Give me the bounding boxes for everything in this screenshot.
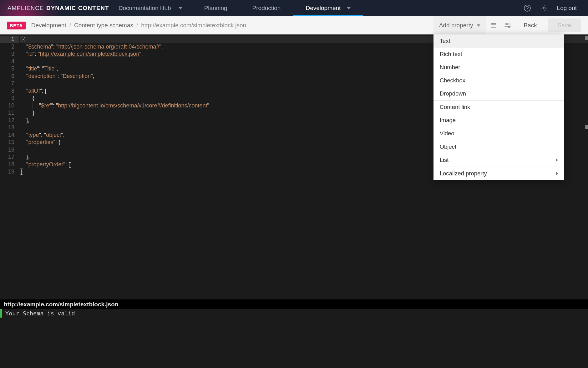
menu-item-list[interactable]: List bbox=[433, 153, 564, 167]
hub-selector[interactable]: Documentation Hub bbox=[109, 5, 192, 12]
brand-logo: AMPLIENCE DYNAMIC CONTENT bbox=[0, 5, 109, 12]
chevron-right-icon bbox=[556, 172, 558, 175]
scroll-marker bbox=[585, 125, 588, 129]
property-type-menu: TextRich textNumberCheckboxDropdownConte… bbox=[433, 34, 564, 180]
breadcrumb: Development / Content type schemas / htt… bbox=[31, 22, 246, 29]
menu-item-image[interactable]: Image bbox=[433, 114, 564, 127]
brand-text-a: AMPLIENCE bbox=[8, 5, 44, 12]
beta-badge: BETA bbox=[7, 22, 26, 29]
breadcrumb-separator: / bbox=[136, 22, 138, 29]
line-gutter: 12345678910111213141516171819 bbox=[0, 34, 19, 299]
console-title: http://example.com/simpletextblock.json bbox=[4, 301, 118, 308]
menu-item-label: Rich text bbox=[440, 51, 462, 58]
chevron-right-icon bbox=[556, 158, 558, 162]
add-property-dropdown[interactable]: Add property TextRich textNumberCheckbox… bbox=[433, 16, 486, 34]
brand-text-b: DYNAMIC CONTENT bbox=[46, 5, 109, 12]
menu-item-localized-property[interactable]: Localized property bbox=[433, 167, 564, 180]
menu-item-dropdown[interactable]: Dropdown bbox=[433, 87, 564, 100]
logout-link[interactable]: Log out bbox=[557, 5, 577, 12]
console-body: Your Schema is valid bbox=[0, 309, 588, 368]
save-button: Save bbox=[548, 18, 581, 32]
add-property-label: Add property bbox=[439, 22, 473, 29]
menu-item-label: Number bbox=[440, 64, 460, 71]
menu-item-checkbox[interactable]: Checkbox bbox=[433, 74, 564, 87]
nav-development[interactable]: Development bbox=[293, 0, 363, 16]
menu-item-label: Video bbox=[440, 130, 454, 137]
menu-item-label: Checkbox bbox=[440, 77, 465, 84]
menu-item-label: Text bbox=[440, 38, 450, 44]
settings-sliders-icon[interactable] bbox=[500, 16, 515, 34]
console-title-bar: http://example.com/simpletextblock.json bbox=[0, 299, 588, 309]
menu-item-content-link[interactable]: Content link bbox=[433, 101, 564, 114]
nav-planning[interactable]: Planning bbox=[192, 0, 240, 16]
scroll-marker bbox=[585, 36, 588, 40]
menu-item-label: Localized property bbox=[440, 170, 487, 177]
hub-label: Documentation Hub bbox=[119, 5, 171, 12]
crumb-current: http://example.com/simpletextblock.json bbox=[141, 22, 246, 29]
back-button[interactable]: Back bbox=[515, 22, 545, 29]
chevron-down-icon bbox=[179, 7, 182, 9]
status-indicator-icon bbox=[0, 309, 2, 318]
menu-item-label: Dropdown bbox=[440, 90, 466, 97]
crumb-schemas[interactable]: Content type schemas bbox=[74, 22, 133, 29]
chevron-down-icon bbox=[477, 24, 480, 27]
gear-icon[interactable] bbox=[540, 4, 548, 12]
breadcrumb-separator: / bbox=[69, 22, 71, 29]
validation-message: Your Schema is valid bbox=[5, 310, 75, 317]
menu-item-text[interactable]: Text bbox=[433, 34, 564, 48]
top-nav: AMPLIENCE DYNAMIC CONTENT Documentation … bbox=[0, 0, 588, 16]
menu-item-label: Object bbox=[440, 143, 456, 150]
nav-production[interactable]: Production bbox=[240, 0, 293, 16]
chevron-down-icon bbox=[347, 7, 351, 9]
format-icon[interactable] bbox=[486, 16, 500, 34]
menu-item-video[interactable]: Video bbox=[433, 127, 564, 140]
menu-item-object[interactable]: Object bbox=[433, 140, 564, 153]
menu-item-rich-text[interactable]: Rich text bbox=[433, 48, 564, 61]
menu-item-label: Image bbox=[440, 117, 456, 124]
svg-point-2 bbox=[543, 7, 545, 9]
svg-point-1 bbox=[527, 10, 527, 10]
crumb-development[interactable]: Development bbox=[31, 22, 66, 29]
menu-item-label: List bbox=[440, 157, 449, 163]
menu-item-label: Content link bbox=[440, 104, 470, 111]
menu-item-number[interactable]: Number bbox=[433, 61, 564, 74]
validation-row: Your Schema is valid bbox=[0, 309, 588, 318]
sub-toolbar: BETA Development / Content type schemas … bbox=[0, 16, 588, 34]
help-icon[interactable] bbox=[523, 4, 531, 12]
main-nav: Planning Production Development bbox=[192, 0, 363, 16]
